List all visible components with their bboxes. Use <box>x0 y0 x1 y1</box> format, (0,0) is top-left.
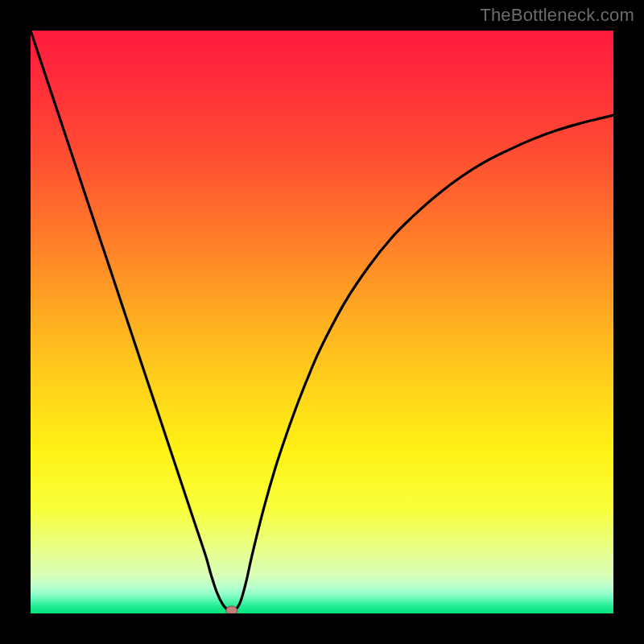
minimum-marker <box>226 606 237 613</box>
outer-black-frame: TheBottleneck.com <box>0 0 644 644</box>
bottleneck-curve <box>31 31 613 613</box>
credit-label: TheBottleneck.com <box>480 5 634 26</box>
chart-plot-area <box>31 31 613 613</box>
